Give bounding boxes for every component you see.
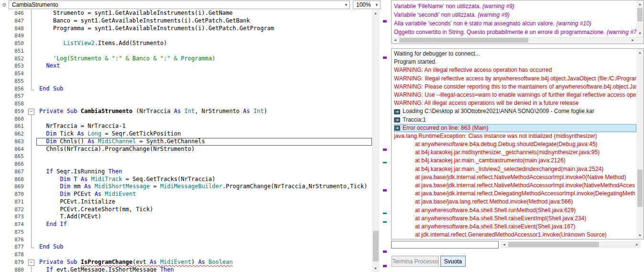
- scroll-down-icon[interactable]: ▼: [636, 232, 644, 239]
- code-editor[interactable]: 846Strumento = synt1.GetAvailableInstrum…: [0, 10, 372, 272]
- code-line-880[interactable]: 880If evt.GetMessage.IsShortMessage Then: [0, 266, 372, 272]
- chevron-down-icon[interactable]: ▼: [373, 3, 379, 7]
- scroll-down-icon[interactable]: ▼: [372, 265, 379, 272]
- clear-logs-button[interactable]: Svuota: [440, 256, 466, 267]
- log-line[interactable]: WARNING: Illegal reflective access by an…: [394, 75, 636, 83]
- log-line[interactable]: ➜Traccia:1: [394, 116, 636, 124]
- code-line-853[interactable]: 853Next: [0, 62, 372, 70]
- log-line[interactable]: at b4j.karaokej.jar.main._listview2_sele…: [394, 165, 636, 173]
- scroll-up-icon[interactable]: ▲: [636, 0, 644, 8]
- scroll-left-icon[interactable]: ◄: [501, 241, 508, 248]
- log-line[interactable]: WARNING: Use --illegal-access=warn to en…: [394, 91, 636, 99]
- code-line-852[interactable]: 852'Log(Strumento & ":" & Banco & ":" & …: [0, 55, 372, 63]
- line-number: 880: [0, 266, 27, 272]
- zoom-selector-combobox[interactable]: 100% ▼: [353, 0, 381, 9]
- log-line[interactable]: WARNING: All illegal access operations w…: [394, 99, 636, 107]
- log-line[interactable]: at java.base/jdk.internal.reflect.Native…: [394, 173, 636, 181]
- code-text: [36, 100, 372, 108]
- fold-collapse-icon[interactable]: [27, 108, 36, 115]
- code-line-849[interactable]: 849: [0, 32, 372, 40]
- log-line-selected[interactable]: ➜Error occurred on line: 863 (Main): [394, 124, 636, 132]
- log-line[interactable]: WARNING: Please consider reporting this …: [394, 83, 636, 91]
- code-line-869[interactable]: 869Dim mm As MidiShortMessage = MidiMess…: [0, 183, 372, 191]
- code-line-873[interactable]: 873T.Add(PCEvt): [0, 213, 372, 221]
- log-line[interactable]: at anywheresoftware.b4a.shell.Shell.rais…: [394, 215, 636, 223]
- code-line-879[interactable]: 879Private Sub IsProgramChange(evt As Mi…: [0, 259, 372, 266]
- log-arrow-icon: ➜: [394, 125, 400, 131]
- code-line-846[interactable]: 846Strumento = synt1.GetAvailableInstrum…: [0, 10, 372, 17]
- code-line-877[interactable]: 877End Sub: [0, 243, 372, 251]
- code-line-860[interactable]: 860: [0, 115, 372, 123]
- code-line-865[interactable]: 865: [0, 153, 372, 160]
- code-line-876[interactable]: 876: [0, 236, 372, 244]
- log-line[interactable]: at jdk.internal.reflect.GeneratedMethodA…: [394, 231, 636, 239]
- log-line[interactable]: at anywheresoftware.b4a.shell.Shell.runM…: [394, 206, 636, 215]
- fold-collapse-icon[interactable]: [27, 259, 36, 266]
- line-number: 846: [0, 10, 27, 17]
- log-line[interactable]: at java.base/jdk.internal.reflect.Native…: [394, 181, 636, 190]
- code-line-855[interactable]: 855: [0, 78, 372, 85]
- code-line-878[interactable]: 878: [0, 251, 372, 259]
- warning-item[interactable]: Oggetto convertito in String. Questo pro…: [394, 28, 636, 36]
- editor-vertical-scrollbar[interactable]: ▲ ▼: [372, 10, 380, 272]
- code-line-848[interactable]: 848Programma = synt1.GetAvailableInstrum…: [0, 25, 372, 33]
- logs-vertical-scrollbar[interactable]: ▲ ▼: [636, 49, 644, 239]
- log-line[interactable]: at java.base/java.lang.reflect.Method.in…: [394, 198, 636, 206]
- chevron-down-icon[interactable]: ▼: [342, 3, 348, 7]
- terminate-process-button[interactable]: Termina Processo: [392, 256, 439, 267]
- scroll-down-icon[interactable]: ▼: [636, 30, 644, 37]
- code-line-866[interactable]: 866: [0, 160, 372, 168]
- code-line-870[interactable]: 870Dim PCEvt As MidiEvent: [0, 191, 372, 198]
- warning-item[interactable]: Variabile 'secondi' non utilizzata. (war…: [394, 11, 636, 19]
- code-line-854[interactable]: 854: [0, 70, 372, 78]
- scroll-up-icon[interactable]: ▲: [636, 49, 644, 56]
- code-line-861[interactable]: 861NrTraccia = NrTraccia-1: [0, 123, 372, 130]
- sub-selector-combobox[interactable]: CambiaStrumento ▼: [9, 0, 350, 9]
- code-text: [36, 115, 372, 123]
- scroll-right-icon[interactable]: ►: [629, 37, 636, 44]
- code-line-868[interactable]: 868Dim T As MidiTrack = Seq.GetTracks(Nr…: [0, 176, 372, 183]
- log-line[interactable]: Waiting for debugger to connect...: [394, 50, 636, 58]
- warnings-horizontal-scrollbar[interactable]: ◄ ►: [392, 37, 636, 44]
- scroll-up-icon[interactable]: ▲: [372, 10, 379, 17]
- scrollbar-thumb[interactable]: [637, 170, 643, 207]
- log-line[interactable]: WARNING: An illegal reflective access op…: [394, 66, 636, 74]
- scrollbar-thumb[interactable]: [637, 8, 643, 22]
- code-line-867[interactable]: 867If Seqr.IsRunning Then: [0, 168, 372, 176]
- log-line[interactable]: Program started.: [394, 58, 636, 66]
- code-line-871[interactable]: 871PCEvt.Initialize: [0, 198, 372, 206]
- scrollbar-thumb[interactable]: [399, 38, 528, 43]
- code-line-851[interactable]: 851: [0, 47, 372, 55]
- code-line-856[interactable]: 856End Sub: [0, 85, 372, 93]
- line-number: 847: [0, 17, 27, 25]
- scroll-right-icon[interactable]: ►: [633, 241, 641, 248]
- log-line[interactable]: at java.base/jdk.internal.reflect.Delega…: [394, 190, 636, 198]
- code-line-875[interactable]: 875: [0, 228, 372, 236]
- scroll-left-icon[interactable]: ◄: [392, 37, 399, 44]
- scrollbar-thumb[interactable]: [373, 231, 379, 261]
- code-line-874[interactable]: 874End If: [0, 221, 372, 228]
- code-line-850[interactable]: 850ListView2.Items.Add(Strumento): [0, 40, 372, 47]
- log-line[interactable]: java.lang.RuntimeException: Class instan…: [394, 132, 636, 140]
- log-filter-input[interactable]: [391, 241, 499, 249]
- code-line-847[interactable]: 847Banco = synt1.GetAvailableInstruments…: [0, 17, 372, 25]
- code-line-862[interactable]: 862Dim Tick As Long = Seqr.GetTickPositi…: [0, 130, 372, 138]
- log-line[interactable]: at anywheresoftware.b4a.debug.Debug.shou…: [394, 140, 636, 148]
- code-line-857[interactable]: 857: [0, 92, 372, 100]
- logs-horizontal-scrollbar[interactable]: ◄ ►: [501, 241, 641, 248]
- code-text: Private Sub CambiaStrumento (NrTraccia A…: [36, 108, 372, 115]
- warning-item[interactable]: Alla variabile 'seconds' non è stato mai…: [394, 19, 636, 28]
- code-line-872[interactable]: 872PCEvt.CreateShort(mm, Tick): [0, 206, 372, 214]
- log-line[interactable]: at b4j.karaokej.jar.midisynthesizer._get…: [394, 148, 636, 157]
- log-line[interactable]: at anywheresoftware.b4a.shell.Shell.rais…: [394, 223, 636, 231]
- warning-item[interactable]: Variabile 'FileName' non utilizzata. (wa…: [394, 2, 636, 11]
- code-line-858[interactable]: 858: [0, 100, 372, 108]
- log-line[interactable]: at b4j.karaokej.jar.main._cambiastrument…: [394, 157, 636, 165]
- log-line[interactable]: ➜Loading C:\Desktop al 30Ottobre2021\ANN…: [394, 107, 636, 115]
- warnings-vertical-scrollbar[interactable]: ▲ ▼: [636, 0, 644, 37]
- saved-line-mark: [383, 213, 387, 214]
- scrollbar-thumb[interactable]: [508, 242, 599, 247]
- code-line-863[interactable]: 863Dim Chnls() As MidiChannel = Synth.Ge…: [0, 138, 372, 146]
- code-line-859[interactable]: 859Private Sub CambiaStrumento (NrTracci…: [0, 108, 372, 115]
- code-line-864[interactable]: 864Chnls(NrTraccia).ProgramChange(NrStru…: [0, 146, 372, 153]
